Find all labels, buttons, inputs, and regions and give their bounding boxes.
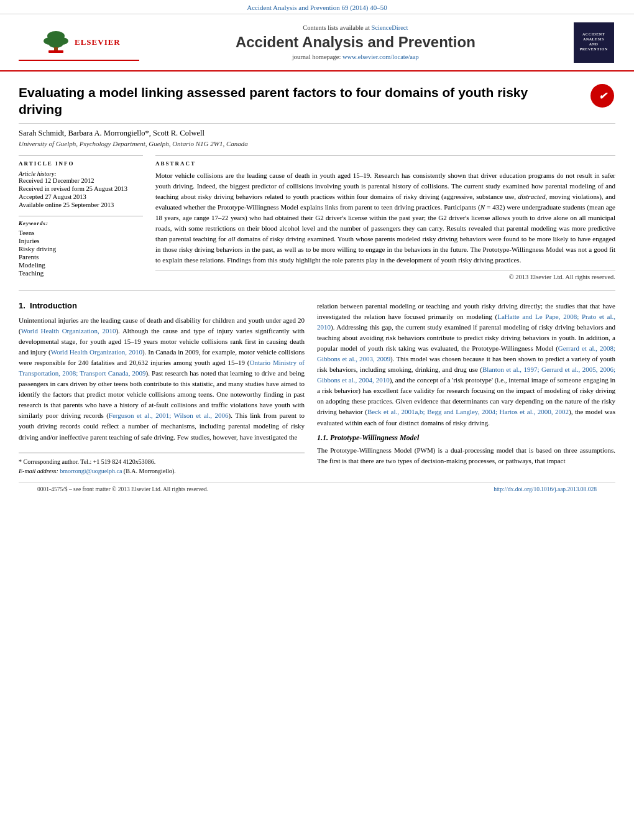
history-label: Article history: xyxy=(19,170,143,177)
crossmark-icon: ✔ xyxy=(590,84,614,108)
ref-blanton[interactable]: Blanton et al., 1997; Gerrard et al., 20… xyxy=(317,366,615,384)
authors: Sarah Schmidt, Barbara A. Morrongiello*,… xyxy=(19,129,615,138)
article-info-col: ARTICLE INFO Article history: Received 1… xyxy=(19,155,143,280)
copyright: © 2013 Elsevier Ltd. All rights reserved… xyxy=(155,270,615,280)
body-left-col: 1. Introduction Unintentional injuries a… xyxy=(19,301,305,476)
ref-ont-ministry[interactable]: Ontario Ministry of Transportation, 2008… xyxy=(19,359,305,377)
affiliation: University of Guelph, Psychology Departm… xyxy=(19,140,615,147)
keyword-parents: Parents xyxy=(19,253,143,261)
keywords-section: Keywords: Teens Injuries Risky driving P… xyxy=(19,216,143,277)
pwm-paragraph: The Prototype-Willingness Model (PWM) is… xyxy=(317,445,615,466)
journal-header: ELSEVIER Contents lists available at Sci… xyxy=(0,14,634,72)
subsection-pwm-heading: 1.1. Prototype-Willingness Model xyxy=(317,433,615,443)
main-content: Evaluating a model linking assessed pare… xyxy=(0,72,634,509)
article-info-label: ARTICLE INFO xyxy=(19,160,143,167)
intro-paragraph-2: relation between parental modeling or te… xyxy=(317,301,615,428)
ref-beck[interactable]: Beck et al., 2001a,b; Begg and Langley, … xyxy=(367,408,569,415)
article-title: Evaluating a model linking assessed pare… xyxy=(19,84,566,118)
article-info-abstract: ARTICLE INFO Article history: Received 1… xyxy=(19,155,615,280)
ref-gerrard[interactable]: Gerrard et al., 2008; Gibbons et al., 20… xyxy=(317,344,615,362)
journal-url[interactable]: www.elsevier.com/locate/aap xyxy=(342,53,419,60)
ref-who-2010[interactable]: World Health Organization, 2010 xyxy=(21,327,116,335)
abstract-col: ABSTRACT Motor vehicle collisions are th… xyxy=(155,155,615,280)
keyword-modeling: Modeling xyxy=(19,261,143,269)
keyword-teaching: Teaching xyxy=(19,269,143,277)
available-date: Available online 25 September 2013 xyxy=(19,201,143,208)
ref-ferguson[interactable]: Ferguson et al., 2001; Wilson et al., 20… xyxy=(109,412,229,419)
ref-lahatte[interactable]: LaHatte and Le Pape, 2008; Prato et al.,… xyxy=(317,313,615,331)
revised-date: Received in revised form 25 August 2013 xyxy=(19,185,143,192)
abstract-text: Motor vehicle collisions are the leading… xyxy=(155,170,615,265)
sciencedirect-link[interactable]: ScienceDirect xyxy=(372,24,408,31)
section1-heading: 1. Introduction xyxy=(19,301,305,310)
svg-rect-6 xyxy=(48,50,63,53)
intro-paragraph-1: Unintentional injuries are the leading c… xyxy=(19,315,305,443)
email-link[interactable]: bmorrongi@uoguelph.ca xyxy=(60,468,122,474)
crossmark-badge: ✔ xyxy=(590,84,615,109)
received-date: Received 12 December 2012 xyxy=(19,177,143,184)
footer-bar: 0001-4575/$ – see front matter © 2013 El… xyxy=(19,482,615,496)
aap-logo-container: ACCIDENTANALYSISANDPREVENTION xyxy=(572,21,615,64)
keyword-injuries: Injuries xyxy=(19,237,143,244)
elsevier-logo: ELSEVIER xyxy=(19,24,139,61)
journal-reference: Accident Analysis and Prevention 69 (201… xyxy=(0,0,634,14)
keywords-label: Keywords: xyxy=(19,220,143,226)
svg-point-4 xyxy=(48,39,63,48)
accepted-date: Accepted 27 August 2013 xyxy=(19,193,143,200)
keyword-risky-driving: Risky driving xyxy=(19,245,143,252)
email-footnote: E-mail address: bmorrongi@uoguelph.ca (B… xyxy=(19,466,305,476)
author-names: Sarah Schmidt, Barbara A. Morrongiello*,… xyxy=(19,129,204,137)
contents-line: Contents lists available at ScienceDirec… xyxy=(152,24,559,31)
footer-issn: 0001-4575/$ – see front matter © 2013 El… xyxy=(37,486,208,492)
corresponding-footnote: * Corresponding author. Tel.: +1 519 824… xyxy=(19,457,305,466)
article-title-section: Evaluating a model linking assessed pare… xyxy=(19,84,615,124)
elsevier-wordmark: ELSEVIER xyxy=(75,37,121,47)
body-right-col: relation between parental modeling or te… xyxy=(317,301,615,476)
keyword-teens: Teens xyxy=(19,229,143,236)
journal-ref-text: Accident Analysis and Prevention 69 (201… xyxy=(247,4,387,11)
elsevier-tree-icon xyxy=(37,30,75,53)
aap-logo: ACCIDENTANALYSISANDPREVENTION xyxy=(574,22,614,63)
body-content: 1. Introduction Unintentional injuries a… xyxy=(19,301,615,476)
footer-doi[interactable]: http://dx.doi.org/10.1016/j.aap.2013.08.… xyxy=(494,486,597,492)
abstract-label: ABSTRACT xyxy=(155,160,615,167)
aap-logo-text: ACCIDENTANALYSISANDPREVENTION xyxy=(579,32,607,52)
journal-center: Contents lists available at ScienceDirec… xyxy=(139,24,572,60)
journal-title: Accident Analysis and Prevention xyxy=(152,34,559,51)
section-divider xyxy=(19,290,615,291)
ref-who-2010b[interactable]: World Health Organization, 2010 xyxy=(51,348,142,356)
footnote-section: * Corresponding author. Tel.: +1 519 824… xyxy=(19,453,305,476)
journal-homepage: journal homepage: www.elsevier.com/locat… xyxy=(152,53,559,60)
